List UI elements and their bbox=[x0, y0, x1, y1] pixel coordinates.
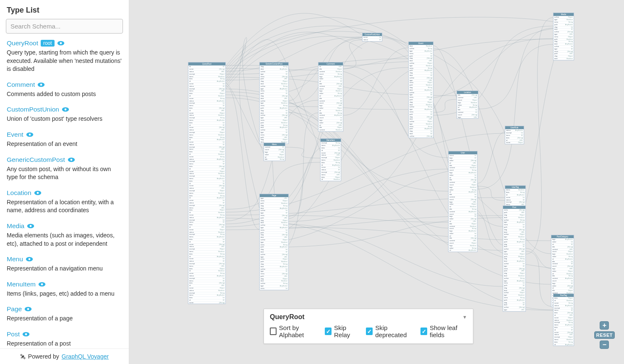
node-header: CustomPostUnion bbox=[363, 33, 382, 36]
node-header: User bbox=[449, 151, 477, 154]
graph-node-genericcustompost[interactable]: GenericCustomPostslugStringdateAnyScalar… bbox=[259, 62, 289, 144]
eye-icon[interactable] bbox=[34, 190, 42, 196]
footer-link[interactable]: GraphQL Voyager bbox=[62, 353, 109, 360]
type-item-queryroot: QueryRootrootQuery type, starting from w… bbox=[7, 39, 122, 73]
type-link[interactable]: CustomPostUnion bbox=[7, 106, 59, 113]
type-item-page: PageRepresentation of a page bbox=[7, 305, 122, 323]
eye-icon[interactable] bbox=[27, 223, 34, 229]
eye-icon[interactable] bbox=[26, 132, 34, 138]
option-label: Skip Relay bbox=[334, 324, 359, 338]
graph-node-menu[interactable]: MenucontentIDcount[String]tagsURLvalueOb… bbox=[264, 143, 285, 161]
graph-node-event[interactable]: EventdateBooleanauthorStringtypeAnyScala… bbox=[408, 42, 433, 138]
svg-point-17 bbox=[41, 283, 43, 285]
svg-point-7 bbox=[29, 134, 31, 136]
type-description: Query type, starting from which the quer… bbox=[7, 49, 122, 73]
zoom-in-button[interactable]: + bbox=[600, 321, 609, 330]
type-description: Media elements (such as images, videos, … bbox=[7, 231, 122, 248]
type-item-genericcustompost: GenericCustomPostAny custom post, with o… bbox=[7, 156, 122, 182]
option-sort-by-alphabet[interactable]: Sort by Alphabet bbox=[270, 324, 318, 338]
option-skip-relay[interactable]: Skip Relay bbox=[325, 324, 359, 338]
toolbar-options: Sort by AlphabetSkip RelaySkip deprecate… bbox=[270, 324, 467, 338]
eye-icon[interactable] bbox=[26, 256, 33, 262]
chevron-down-icon: ▼ bbox=[462, 315, 467, 320]
option-label: Sort by Alphabet bbox=[279, 324, 318, 338]
type-description: Representation of a navigation menu bbox=[7, 265, 122, 273]
zoom-reset-button[interactable]: RESET bbox=[594, 331, 615, 339]
type-link[interactable]: Location bbox=[7, 189, 31, 197]
graph-node-media[interactable]: MediaauthorObjecttypeBooleanmetaStringpa… bbox=[553, 13, 574, 60]
graph-node-posttag[interactable]: PostTagdataObjectidBooleannameStringstat… bbox=[553, 294, 574, 346]
type-description: Representation of an event bbox=[7, 140, 122, 148]
type-description: Any custom post, with or without its own… bbox=[7, 165, 122, 182]
svg-point-11 bbox=[37, 192, 39, 194]
sidebar: Type List QueryRootrootQuery type, start… bbox=[0, 0, 129, 364]
type-link[interactable]: Menu bbox=[7, 255, 23, 263]
checkbox-icon bbox=[270, 328, 277, 335]
type-item-post: PostRepresentation of a post bbox=[7, 330, 122, 348]
type-description: Items (links, pages, etc) added to a men… bbox=[7, 290, 122, 298]
svg-point-9 bbox=[70, 159, 72, 161]
type-link[interactable]: Media bbox=[7, 222, 24, 230]
graph-node-custompostunion[interactable]: CustomPostUnionnameIntstatusID bbox=[362, 33, 382, 42]
node-header: GenericCustomPost bbox=[260, 62, 288, 65]
root-badge: root bbox=[41, 40, 55, 47]
voyager-icon: 🛰 bbox=[20, 354, 26, 360]
type-link[interactable]: Event bbox=[7, 131, 23, 138]
svg-point-13 bbox=[30, 225, 32, 227]
svg-point-19 bbox=[27, 308, 29, 310]
bottom-toolbar: QueryRoot ▼ Sort by AlphabetSkip RelaySk… bbox=[264, 309, 473, 344]
option-label: Show leaf fields bbox=[430, 324, 467, 338]
zoom-out-button[interactable]: − bbox=[600, 341, 609, 349]
graph-node-location[interactable]: Locationtitle[String]contentURLcountObje… bbox=[457, 91, 478, 119]
eye-icon[interactable] bbox=[24, 306, 32, 312]
option-show-leaf-fields[interactable]: Show leaf fields bbox=[420, 324, 467, 338]
type-description: Representation of a post bbox=[7, 340, 122, 348]
option-skip-deprecated[interactable]: Skip deprecated bbox=[366, 324, 414, 338]
type-item-media: MediaMedia elements (such as images, vid… bbox=[7, 222, 122, 248]
root-type-name: QueryRoot bbox=[270, 313, 305, 321]
node-header: Post bbox=[503, 206, 525, 209]
type-link[interactable]: GenericCustomPost bbox=[7, 156, 65, 164]
node-header: QueryRoot bbox=[188, 62, 225, 65]
type-link[interactable]: Post bbox=[7, 330, 20, 338]
type-link[interactable]: MenuItem bbox=[7, 281, 36, 288]
graph-node-queryroot[interactable]: QueryRootidIDname[String]statusURLexcerp… bbox=[188, 62, 226, 304]
eye-icon[interactable] bbox=[37, 82, 45, 88]
type-link[interactable]: Page bbox=[7, 305, 22, 313]
eye-icon[interactable] bbox=[68, 157, 75, 163]
footer: 🛰 Powered by GraphQL Voyager bbox=[0, 348, 129, 364]
eye-icon[interactable] bbox=[38, 281, 46, 287]
type-list[interactable]: QueryRootrootQuery type, starting from w… bbox=[0, 38, 129, 348]
type-link[interactable]: Comment bbox=[7, 81, 35, 88]
search-input[interactable] bbox=[6, 19, 123, 34]
eye-icon[interactable] bbox=[62, 107, 69, 112]
graph-node-page[interactable]: PagetypeURLmetaObjectpathBooleanslugStri… bbox=[259, 194, 289, 290]
node-header: Menu bbox=[264, 143, 285, 146]
node-header: Page bbox=[260, 194, 288, 197]
node-header: Event bbox=[409, 42, 433, 45]
node-header: PostTag bbox=[554, 294, 574, 297]
type-item-comment: CommentComments added to custom posts bbox=[7, 81, 122, 99]
type-item-custompostunion: CustomPostUnionUnion of 'custom post' ty… bbox=[7, 106, 122, 123]
graph-node-user[interactable]: UsercountInttagsIDvalue[String]urlURLtit… bbox=[448, 151, 478, 252]
option-label: Skip deprecated bbox=[375, 324, 414, 338]
graph-node-post[interactable]: Postmeta[String]pathURLslugObjectdateBoo… bbox=[503, 205, 526, 312]
eye-icon[interactable] bbox=[22, 331, 30, 337]
eye-icon[interactable] bbox=[57, 40, 65, 46]
graph-node-comment[interactable]: CommenturlURLtitleObjectcontentBooleanco… bbox=[318, 62, 343, 132]
graph-canvas[interactable]: QueryRootidIDname[String]statusURLexcerp… bbox=[129, 0, 624, 364]
svg-point-21 bbox=[25, 333, 27, 335]
type-link[interactable]: QueryRoot bbox=[7, 39, 38, 47]
graph-node-menuitem[interactable]: MenuItemexcerptStringitemsAnyScalardataI… bbox=[320, 138, 341, 181]
root-type-selector[interactable]: QueryRoot ▼ bbox=[270, 313, 467, 321]
type-item-event: EventRepresentation of an event bbox=[7, 131, 122, 148]
graph-node-userrole[interactable]: UserRolestatusAnyScalarexcerptIntitemsID… bbox=[505, 126, 524, 144]
node-header: UserRole bbox=[505, 126, 524, 129]
svg-point-15 bbox=[28, 258, 30, 260]
type-item-location: LocationRepresentation of a location ent… bbox=[7, 189, 122, 215]
checkbox-icon bbox=[420, 328, 427, 335]
type-description: Representation of a location entity, wit… bbox=[7, 198, 122, 215]
sidebar-title: Type List bbox=[0, 0, 129, 19]
zoom-controls: + RESET − bbox=[594, 321, 615, 349]
footer-prefix: Powered by bbox=[28, 353, 59, 360]
